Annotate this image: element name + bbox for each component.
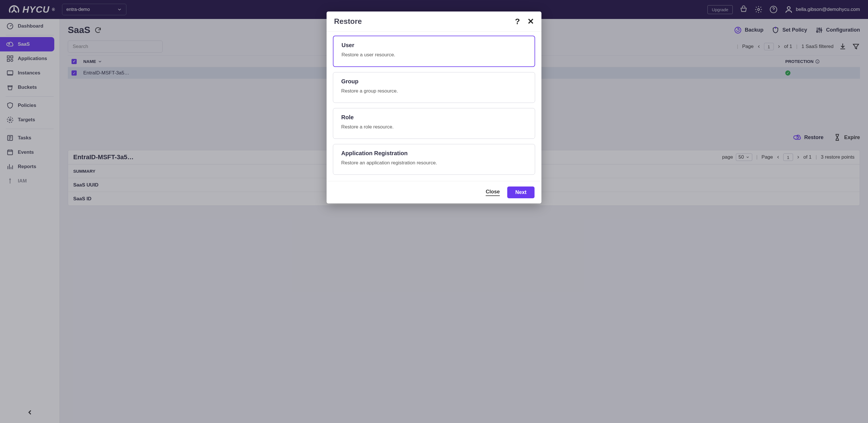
option-title: Role: [341, 114, 527, 121]
option-title: Group: [341, 78, 527, 85]
app-root: HYCU® entra-demo Upgrade bella.gibson@de…: [0, 0, 868, 423]
option-desc: Restore an application registration reso…: [341, 160, 527, 166]
option-desc: Restore a role resource.: [341, 124, 527, 130]
modal-close-icon[interactable]: ✕: [527, 17, 534, 26]
modal-close-button[interactable]: Close: [486, 189, 500, 196]
restore-option-app-registration[interactable]: Application Registration Restore an appl…: [333, 144, 535, 175]
modal-overlay: Restore ? ✕ User Restore a user resource…: [0, 0, 868, 423]
restore-option-user[interactable]: User Restore a user resource.: [333, 36, 535, 67]
modal-footer: Close Next: [327, 181, 541, 204]
restore-option-role[interactable]: Role Restore a role resource.: [333, 108, 535, 139]
modal-body: User Restore a user resource. Group Rest…: [327, 32, 541, 181]
modal-title: Restore: [334, 17, 362, 26]
modal-header: Restore ? ✕: [327, 11, 541, 32]
option-desc: Restore a user resource.: [342, 52, 526, 58]
option-title: Application Registration: [341, 150, 527, 157]
option-title: User: [342, 42, 526, 49]
restore-option-group[interactable]: Group Restore a group resource.: [333, 72, 535, 103]
modal-next-button[interactable]: Next: [507, 186, 534, 198]
modal-help-icon[interactable]: ?: [515, 17, 520, 26]
option-desc: Restore a group resource.: [341, 88, 527, 94]
restore-modal: Restore ? ✕ User Restore a user resource…: [327, 11, 541, 204]
